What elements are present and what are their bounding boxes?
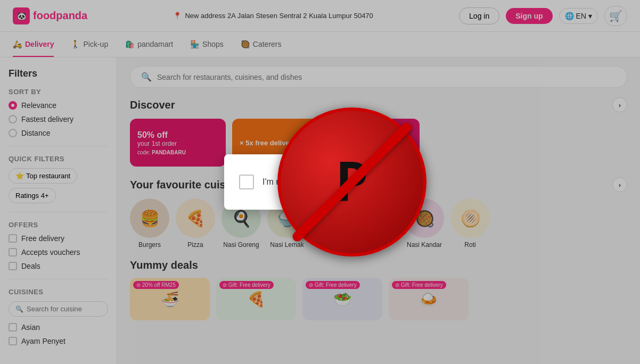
captcha-text: I'm not a robot (262, 177, 317, 187)
privacy-link[interactable]: Privacy (364, 193, 382, 199)
terms-link[interactable]: Terms (387, 193, 401, 199)
captcha-checkbox[interactable] (239, 175, 254, 189)
recaptcha-links: Privacy - Terms (364, 193, 401, 199)
recaptcha-icon: 🔄 (372, 165, 393, 185)
captcha-left: I'm not a robot (239, 175, 317, 189)
recaptcha-branding: 🔄 reCAPTCHA Privacy - Terms (364, 165, 401, 199)
captcha-overlay: I'm not a robot 🔄 reCAPTCHA Privacy - Te… (0, 0, 640, 364)
captcha-inner: I'm not a robot 🔄 reCAPTCHA Privacy - Te… (239, 165, 401, 199)
captcha-box: I'm not a robot 🔄 reCAPTCHA Privacy - Te… (224, 154, 416, 210)
recaptcha-label: reCAPTCHA (367, 186, 398, 192)
